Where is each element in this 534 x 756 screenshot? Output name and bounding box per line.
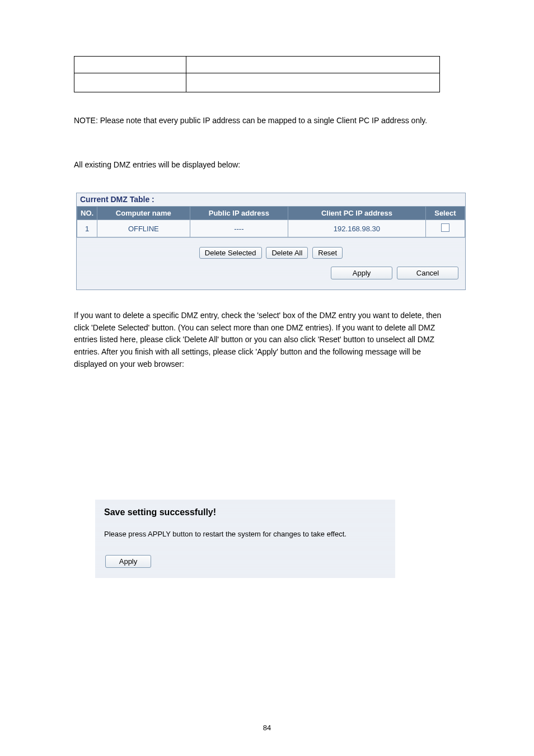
dmz-table: NO. Computer name Public IP address Clie… [77, 207, 465, 237]
dmz-apply-row: Apply Cancel [77, 263, 465, 290]
dmz-td-sel [425, 220, 465, 237]
intro-text: All existing DMZ entries will be display… [74, 159, 443, 171]
dmz-td-name: OFFLINE [97, 220, 190, 237]
instructions-text: If you want to delete a specific DMZ ent… [74, 310, 443, 370]
dmz-th-no: NO. [77, 207, 97, 220]
dmz-td-cli: 192.168.98.30 [288, 220, 426, 237]
dmz-td-pub: ---- [190, 220, 288, 237]
note-text: NOTE: Please note that every public IP a… [74, 115, 443, 127]
delete-all-button[interactable]: Delete All [266, 247, 308, 259]
save-message: Please press APPLY button to restart the… [104, 530, 386, 538]
top-reference-table [74, 56, 440, 92]
dmz-th-name: Computer name [97, 207, 190, 220]
dmz-action-row: Delete Selected Delete All Reset [77, 237, 465, 263]
top-table-r1c2 [186, 57, 440, 73]
top-table-r2c1 [74, 73, 186, 92]
dmz-table-header-row: NO. Computer name Public IP address Clie… [77, 207, 465, 220]
page-number: 84 [0, 724, 534, 732]
dmz-th-pub: Public IP address [190, 207, 288, 220]
reset-button[interactable]: Reset [312, 247, 343, 259]
top-table-r2c2 [186, 73, 440, 92]
dmz-td-no: 1 [77, 220, 97, 237]
dmz-panel: Current DMZ Table : NO. Computer name Pu… [76, 193, 466, 290]
dmz-th-cli: Client PC IP address [288, 207, 426, 220]
cancel-button[interactable]: Cancel [397, 267, 458, 279]
top-table-r1c1 [74, 57, 186, 73]
dmz-table-row: 1 OFFLINE ---- 192.168.98.30 [77, 220, 465, 237]
save-panel: Save setting successfully! Please press … [95, 500, 395, 578]
save-title: Save setting successfully! [104, 507, 386, 517]
apply-button[interactable]: Apply [331, 267, 392, 279]
dmz-panel-title: Current DMZ Table : [77, 193, 465, 207]
dmz-th-sel: Select [425, 207, 465, 220]
dmz-row-checkbox[interactable] [441, 223, 449, 232]
save-apply-button[interactable]: Apply [105, 555, 151, 568]
delete-selected-button[interactable]: Delete Selected [199, 247, 262, 259]
